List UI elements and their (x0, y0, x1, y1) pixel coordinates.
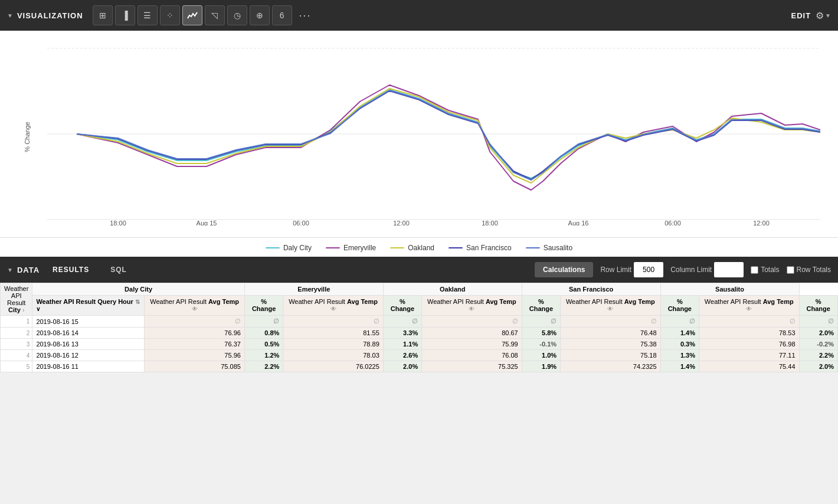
row-label: 2019-08-16 13 (32, 339, 145, 350)
legend-san-francisco: San Francisco (449, 244, 512, 252)
cell-pct: 2.2% (244, 361, 283, 372)
cell-pct: 0.8% (244, 328, 283, 339)
row-label: 2019-08-16 11 (32, 361, 145, 372)
svg-text:12:00: 12:00 (393, 220, 410, 225)
svg-text:Aug 15: Aug 15 (197, 220, 217, 225)
row-totals-checkbox[interactable] (787, 266, 794, 274)
svg-text:Aug 16: Aug 16 (568, 220, 589, 225)
cell-pct: ∅ (244, 316, 283, 328)
tab-sql[interactable]: SQL (100, 261, 138, 279)
cell-avg: 75.38 (561, 339, 661, 350)
area-chart-icon[interactable]: ◹ (205, 5, 225, 25)
cell-pct: ∅ (522, 316, 560, 328)
col-limit-label: Column Limit (670, 266, 712, 274)
chart-svg-wrapper: 0.0% -10.0% 18:00 Aug 15 06:00 12:00 18:… (47, 42, 826, 227)
cell-avg: 76.48 (561, 328, 661, 339)
legend-line-daly-city (266, 247, 280, 248)
row-label: 2019-08-16 15 (32, 316, 145, 328)
row-limit-input[interactable] (634, 262, 663, 277)
cell-pct: ∅ (799, 316, 838, 328)
svg-text:18:00: 18:00 (110, 220, 126, 225)
th-saus-pct: % Change (799, 295, 838, 315)
cell-pct: 3.3% (383, 328, 421, 339)
totals-checkbox-group: Totals (751, 266, 779, 274)
legend-label-san-francisco: San Francisco (466, 244, 512, 252)
cell-avg: 76.96 (145, 328, 245, 339)
top-bar-right: EDIT ⚙ ▼ (791, 10, 831, 21)
cell-avg: 75.18 (561, 350, 661, 361)
legend-daly-city: Daly City (266, 244, 312, 252)
cell-pct: 1.1% (383, 339, 421, 350)
th-san-francisco: San Francisco (522, 283, 660, 296)
th-oak-pct: % Change (522, 295, 560, 315)
cell-avg: ∅ (145, 316, 245, 328)
cell-avg: 77.11 (699, 350, 800, 361)
top-bar: ▼ VISUALIZATION ⊞ ▐ ☰ ⁘ ◹ ◷ ⊕ 6 ··· EDIT… (0, 0, 838, 31)
clock-icon[interactable]: ◷ (227, 5, 247, 25)
row-number: 3 (1, 339, 32, 350)
list-icon[interactable]: ☰ (138, 5, 158, 25)
cell-pct: -0.2% (799, 339, 838, 350)
bar-chart-icon[interactable]: ▐ (115, 5, 135, 25)
svg-text:06:00: 06:00 (664, 220, 681, 225)
row-totals-label: Row Totals (797, 266, 831, 274)
cell-avg: ∅ (699, 316, 800, 328)
cell-pct: 0.5% (244, 339, 283, 350)
six-icon[interactable]: 6 (272, 5, 292, 25)
svg-text:06:00: 06:00 (293, 220, 309, 225)
col-limit-input[interactable] (714, 262, 744, 277)
y-axis-label: % Change (24, 122, 31, 152)
cell-avg: 75.085 (145, 361, 245, 372)
th-oak-avg: Weather API Result Avg Temp 👁 (422, 295, 522, 315)
data-section-label: ▼ DATA (7, 266, 40, 274)
th-saus-avg: Weather API Result Avg Temp 👁 (699, 295, 800, 315)
th-daly-city: Daly City (32, 283, 245, 296)
row-number: 4 (1, 350, 32, 361)
table-row: 52019-08-16 1175.0852.2%76.02252.0%75.32… (1, 361, 838, 372)
cell-pct: 2.0% (799, 328, 838, 339)
cell-avg: ∅ (283, 316, 384, 328)
settings-icon[interactable]: ⚙ ▼ (816, 10, 831, 21)
cell-pct: ∅ (383, 316, 421, 328)
cell-pct: -0.1% (522, 339, 560, 350)
cell-pct: 2.0% (799, 361, 838, 372)
row-number: 2 (1, 328, 32, 339)
legend-label-sausalito: Sausalito (544, 244, 572, 252)
data-title: DATA (17, 266, 40, 274)
visualization-label: ▼ VISUALIZATION (7, 11, 83, 20)
edit-button[interactable]: EDIT (791, 11, 811, 20)
line-chart-icon[interactable] (182, 5, 202, 25)
tab-results[interactable]: RESULTS (42, 261, 100, 279)
legend-emeryville: Emeryville (326, 244, 376, 252)
table-icon[interactable]: ⊞ (93, 5, 113, 25)
th-emery-pct: % Change (383, 295, 421, 315)
globe-icon[interactable]: ⊕ (250, 5, 270, 25)
legend-oakland: Oakland (390, 244, 434, 252)
row-label: 2019-08-16 14 (32, 328, 145, 339)
table-row: 42019-08-16 1275.961.2%78.032.6%76.081.0… (1, 350, 838, 361)
toolbar-icons: ⊞ ▐ ☰ ⁘ ◹ ◷ ⊕ 6 (93, 5, 292, 25)
cell-avg: 75.325 (422, 361, 522, 372)
scatter-icon[interactable]: ⁘ (160, 5, 180, 25)
totals-checkbox[interactable] (751, 266, 758, 274)
top-bar-left: ▼ VISUALIZATION ⊞ ▐ ☰ ⁘ ◹ ◷ ⊕ 6 ··· (7, 5, 787, 25)
legend-line-oakland (390, 247, 404, 248)
cell-pct: 1.0% (522, 350, 560, 361)
line-chart-svg: 0.0% -10.0% 18:00 Aug 15 06:00 12:00 18:… (47, 42, 820, 225)
legend-label-emeryville: Emeryville (343, 244, 376, 252)
th-daly-pct: % Change (244, 295, 283, 315)
cell-avg: 76.0225 (283, 361, 384, 372)
th-oakland: Oakland (383, 283, 522, 296)
legend-sausalito: Sausalito (526, 244, 572, 252)
calculations-button[interactable]: Calculations (535, 262, 593, 277)
cell-pct: 1.3% (660, 350, 699, 361)
cell-pct: 2.6% (383, 350, 421, 361)
th-daly-avg: Weather API Result Avg Temp 👁 (145, 295, 245, 315)
cell-avg: 76.37 (145, 339, 245, 350)
legend-line-emeryville (326, 247, 340, 248)
legend-label-daly-city: Daly City (283, 244, 312, 252)
legend-line-san-francisco (449, 247, 463, 248)
more-icon[interactable]: ··· (297, 9, 314, 22)
th-emery-avg: Weather API Result Avg Temp 👁 (283, 295, 384, 315)
row-number: 5 (1, 361, 32, 372)
